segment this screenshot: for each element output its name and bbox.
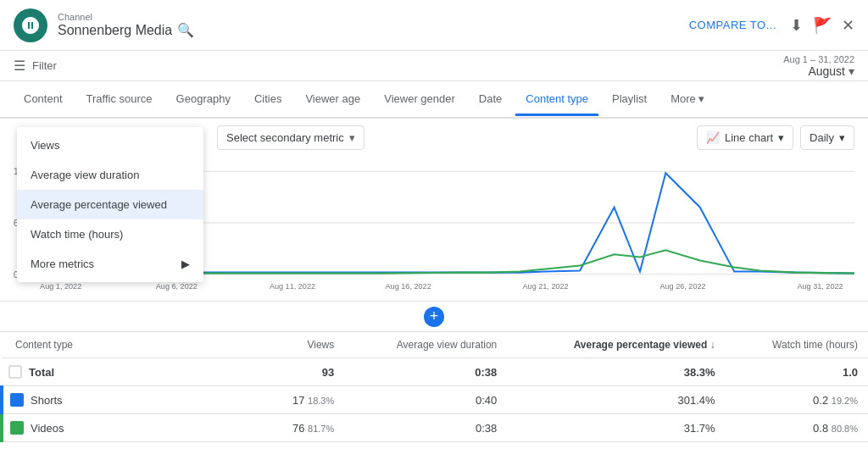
- add-button[interactable]: +: [424, 307, 444, 327]
- td-videos-views: 76 81.7%: [208, 414, 345, 442]
- td-total-avd: 0:38: [344, 358, 507, 386]
- search-icon[interactable]: 🔍: [177, 22, 194, 38]
- x-label-aug26: Aug 26, 2022: [659, 282, 705, 291]
- filter-icon[interactable]: ☰: [14, 58, 25, 74]
- chevron-down-icon: ▾: [778, 131, 784, 144]
- daily-select[interactable]: Daily ▾: [800, 125, 854, 150]
- chevron-right-icon: ▶: [181, 258, 190, 270]
- table-header: Content type Views Average view duration…: [2, 332, 868, 358]
- tab-content-type[interactable]: Content type: [515, 84, 598, 116]
- td-videos-wt: 0.8 80.8%: [726, 414, 868, 442]
- tab-cities[interactable]: Cities: [244, 84, 292, 116]
- channel-logo: [14, 8, 47, 42]
- td-videos-apv: 31.7%: [507, 414, 725, 442]
- sort-icon: ↓: [710, 339, 715, 351]
- td-total-views: 93: [208, 358, 345, 386]
- dropdown-item-avg-view-duration[interactable]: Average view duration: [17, 160, 203, 190]
- main-content: Views Average view duration Average perc…: [0, 119, 868, 442]
- chart-type-label: Line chart: [725, 131, 773, 144]
- x-label-aug6: Aug 6, 2022: [156, 282, 198, 291]
- channel-name: Sonnenberg Media: [58, 23, 172, 38]
- tab-traffic-source[interactable]: Traffic source: [76, 84, 163, 116]
- table-section: + Content type Views Average view durati…: [0, 301, 868, 442]
- td-total-label: Total: [2, 358, 208, 386]
- filter-bar: ☰ Filter Aug 1 – 31, 2022 August ▾: [0, 51, 868, 81]
- th-views[interactable]: Views: [208, 332, 345, 358]
- x-label-aug1: Aug 1, 2022: [40, 282, 81, 291]
- header-icons: ⬇ 🚩 ✕: [790, 16, 854, 35]
- table-row-total: Total 93 0:38 38.3% 1.0: [2, 358, 868, 386]
- th-content-type: Content type: [2, 332, 208, 358]
- tab-more[interactable]: More▾: [660, 84, 715, 116]
- tab-viewer-gender[interactable]: Viewer gender: [374, 84, 465, 116]
- th-watch-time[interactable]: Watch time (hours): [726, 332, 868, 358]
- x-label-aug16: Aug 16, 2022: [386, 282, 431, 291]
- data-table: Content type Views Average view duration…: [0, 332, 868, 442]
- channel-info: Channel Sonnenberg Media 🔍: [58, 12, 194, 38]
- chevron-down-icon: ▾: [839, 131, 845, 144]
- td-videos-label: Videos: [2, 414, 208, 442]
- compare-button[interactable]: COMPARE TO...: [689, 19, 776, 31]
- x-label-aug21: Aug 21, 2022: [522, 282, 568, 291]
- x-label-aug11: Aug 11, 2022: [270, 282, 315, 291]
- dropdown-item-watch-time[interactable]: Watch time (hours): [17, 219, 203, 249]
- x-label-aug31: Aug 31, 2022: [797, 282, 843, 291]
- chevron-down-icon: ▾: [849, 64, 854, 78]
- td-shorts-wt: 0.2 19.2%: [726, 386, 868, 414]
- dropdown-item-more-metrics[interactable]: More metrics ▶: [17, 249, 203, 279]
- date-selector[interactable]: Aug 1 – 31, 2022 August ▾: [783, 54, 854, 78]
- th-avg-view-duration[interactable]: Average view duration: [344, 332, 507, 358]
- tab-geography[interactable]: Geography: [166, 84, 241, 116]
- channel-label: Channel: [58, 12, 194, 22]
- header-left: Channel Sonnenberg Media 🔍: [14, 8, 194, 42]
- table-row-videos: Videos 76 81.7% 0:38 31.7% 0.8 80.8%: [2, 414, 868, 442]
- download-icon[interactable]: ⬇: [790, 16, 803, 35]
- td-shorts-views: 17 18.3%: [208, 386, 345, 414]
- td-videos-avd: 0:38: [344, 414, 507, 442]
- checkbox-videos[interactable]: [10, 421, 24, 435]
- tab-date[interactable]: Date: [469, 84, 512, 116]
- date-range: Aug 1 – 31, 2022: [783, 54, 854, 64]
- table-header-row: +: [0, 302, 868, 332]
- secondary-metric-select[interactable]: Select secondary metric ▾: [217, 125, 364, 150]
- close-icon[interactable]: ✕: [842, 16, 854, 35]
- dropdown-item-views[interactable]: Views: [17, 130, 203, 160]
- tab-viewer-age[interactable]: Viewer age: [295, 84, 370, 116]
- header-right: COMPARE TO... ⬇ 🚩 ✕: [689, 16, 854, 35]
- tab-content[interactable]: Content: [14, 84, 73, 116]
- dropdown-item-avg-pct-viewed[interactable]: Average percentage viewed: [17, 190, 203, 219]
- td-shorts-apv: 301.4%: [507, 386, 725, 414]
- td-shorts-avd: 0:40: [344, 386, 507, 414]
- table-row-shorts: Shorts 17 18.3% 0:40 301.4% 0.2 19.2%: [2, 386, 868, 414]
- checkbox-shorts[interactable]: [10, 393, 24, 407]
- metric-dropdown: Views Average view duration Average perc…: [17, 127, 203, 282]
- chart-type-select[interactable]: 📈 Line chart ▾: [697, 125, 793, 150]
- channel-name-row: Sonnenberg Media 🔍: [58, 22, 194, 38]
- checkbox-total[interactable]: [8, 365, 22, 379]
- header: Channel Sonnenberg Media 🔍 COMPARE TO...…: [0, 0, 868, 51]
- date-value-row: August ▾: [808, 64, 854, 78]
- chevron-down-icon: ▾: [349, 131, 355, 144]
- daily-label: Daily: [810, 131, 834, 144]
- td-shorts-label: Shorts: [2, 386, 208, 414]
- line-chart-icon: 📈: [706, 131, 720, 144]
- date-value: August: [808, 64, 845, 78]
- flag-icon[interactable]: 🚩: [813, 16, 832, 35]
- chevron-down-icon: ▾: [698, 92, 704, 105]
- filter-label: Filter: [32, 59, 57, 72]
- td-total-apv: 38.3%: [507, 358, 725, 386]
- th-avg-pct-viewed[interactable]: Average percentage viewed ↓: [507, 332, 725, 358]
- tabs: Content Traffic source Geography Cities …: [0, 81, 868, 119]
- td-total-wt: 1.0: [726, 358, 868, 386]
- tab-playlist[interactable]: Playlist: [602, 84, 657, 116]
- secondary-metric-label: Select secondary metric: [226, 131, 344, 144]
